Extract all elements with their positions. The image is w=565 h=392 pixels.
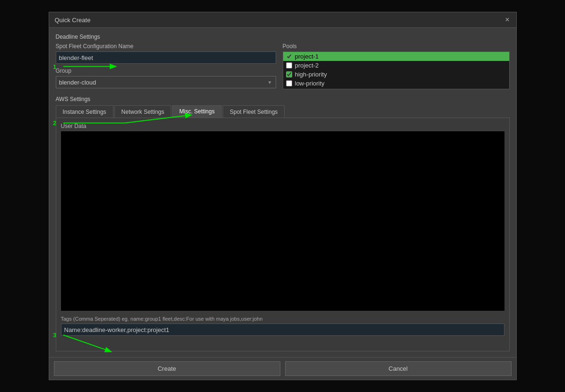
userdata-section: User Data xyxy=(61,123,504,312)
pool-name: project-1 xyxy=(295,53,319,60)
userdata-label: User Data xyxy=(61,123,504,129)
deadline-left: Spot Fleet Configuration Name Group blen… xyxy=(56,43,276,89)
aws-settings-section: AWS Settings Instance Settings Network S… xyxy=(56,94,510,351)
deadline-settings-label: Deadline Settings xyxy=(56,34,510,40)
dialog-body: Deadline Settings Spot Fleet Configurati… xyxy=(49,28,516,357)
pool-checkbox-lowpriority[interactable] xyxy=(286,80,292,86)
pool-item[interactable]: project-1 xyxy=(283,52,509,61)
group-select-wrapper: blender-cloud default linux xyxy=(56,76,276,88)
tab-network-settings[interactable]: Network Settings xyxy=(114,105,172,118)
pools-section: Pools project-1 project-2 xyxy=(283,43,510,89)
pool-checkbox-project2[interactable] xyxy=(286,62,292,68)
deadline-settings-section: Deadline Settings Spot Fleet Configurati… xyxy=(56,34,510,89)
tab-content-misc: User Data Tags (Comma Seperated) eg. nam… xyxy=(56,118,510,351)
pool-checkbox-highpriority[interactable] xyxy=(286,71,292,77)
tab-spotfleet-settings[interactable]: Spot Fleet Settings xyxy=(223,105,285,118)
dialog-titlebar: Quick Create × xyxy=(49,12,516,28)
tags-section: Tags (Comma Seperated) eg. name:group1 f… xyxy=(61,316,504,336)
quick-create-dialog: Quick Create × Deadline Settings Spot Fl… xyxy=(49,12,517,380)
deadline-settings-row: Spot Fleet Configuration Name Group blen… xyxy=(56,43,510,89)
group-select[interactable]: blender-cloud default linux xyxy=(56,76,276,88)
pool-item[interactable]: project-2 xyxy=(283,61,509,70)
pool-item[interactable]: high-priority xyxy=(283,70,509,79)
tags-hint: Tags (Comma Seperated) eg. name:group1 f… xyxy=(61,316,504,322)
pool-item[interactable]: low-priority xyxy=(283,79,509,88)
pool-name: project-2 xyxy=(295,62,319,69)
spot-fleet-input[interactable] xyxy=(56,51,276,64)
pool-name: low-priority xyxy=(295,80,325,87)
tab-misc-settings[interactable]: Misc. Settings xyxy=(172,105,222,118)
tags-input[interactable] xyxy=(61,324,504,336)
pools-label: Pools xyxy=(283,43,510,50)
spot-fleet-field: Spot Fleet Configuration Name xyxy=(56,43,276,64)
create-button[interactable]: Create xyxy=(54,361,280,376)
spot-fleet-label: Spot Fleet Configuration Name xyxy=(56,43,276,50)
cancel-button[interactable]: Cancel xyxy=(285,361,512,376)
pool-checkbox-project1[interactable] xyxy=(286,53,292,60)
aws-settings-label: AWS Settings xyxy=(56,96,510,102)
group-label: Group xyxy=(56,68,276,74)
dialog-title: Quick Create xyxy=(55,17,91,24)
tab-instance-settings[interactable]: Instance Settings xyxy=(56,105,113,118)
tabs-bar: Instance Settings Network Settings Misc.… xyxy=(56,105,510,118)
userdata-textarea[interactable] xyxy=(61,131,504,311)
pools-list: project-1 project-2 high-priority xyxy=(283,51,510,89)
close-button[interactable]: × xyxy=(504,16,510,24)
pool-name: high-priority xyxy=(295,71,327,78)
group-field: Group blender-cloud default linux xyxy=(56,68,276,88)
dialog-footer: Create Cancel xyxy=(49,357,516,380)
